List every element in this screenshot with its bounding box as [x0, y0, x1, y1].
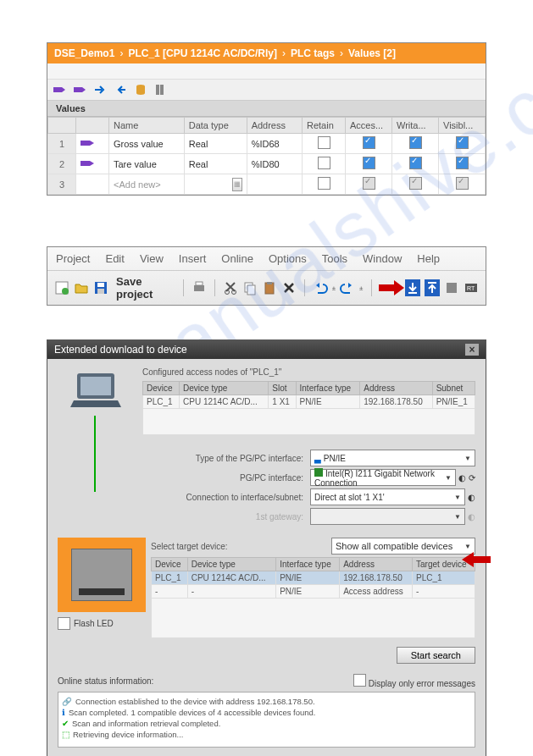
svg-marker-10: [90, 161, 94, 166]
svg-rect-21: [247, 285, 255, 295]
menu-project[interactable]: Project: [56, 252, 90, 265]
menu-options[interactable]: Options: [269, 252, 307, 265]
column-icon[interactable]: [154, 83, 168, 97]
svg-rect-0: [53, 87, 62, 92]
svg-point-12: [62, 288, 69, 295]
svg-rect-30: [81, 377, 111, 395]
svg-rect-2: [74, 87, 82, 92]
config-icon[interactable]: ◐: [468, 493, 475, 502]
delete-icon[interactable]: [281, 279, 297, 296]
table-row[interactable]: 2 Tare valueReal%ID80: [48, 154, 486, 174]
svg-rect-15: [97, 289, 104, 294]
open-project-icon[interactable]: [74, 279, 89, 296]
visible-checkbox[interactable]: [456, 136, 469, 149]
flash-led-checkbox[interactable]: [58, 617, 70, 630]
show-all-select[interactable]: Show all compatible devices▼: [331, 538, 475, 555]
tag-icon-2[interactable]: [73, 83, 86, 97]
access-checkbox[interactable]: [363, 136, 375, 149]
visible-checkbox[interactable]: [456, 157, 469, 169]
menu-help[interactable]: Help: [417, 252, 440, 265]
print-icon[interactable]: [192, 279, 207, 296]
writable-checkbox[interactable]: [409, 136, 422, 149]
status-log: 🔗Connection established to the device wi…: [58, 692, 475, 748]
only-errors-checkbox[interactable]: [353, 674, 366, 687]
copy-icon[interactable]: [242, 279, 258, 296]
online-status-label: Online status information:: [58, 676, 153, 686]
retain-checkbox[interactable]: [318, 157, 330, 169]
select-target-label: Select target device:: [151, 542, 228, 551]
cfg-nodes-label: Configured access nodes of "PLC_1": [142, 367, 475, 377]
svg-rect-23: [267, 282, 272, 284]
laptop-icon: [70, 372, 121, 410]
compile-icon[interactable]: [444, 279, 459, 296]
dialog-title: Extended download to device: [54, 344, 187, 356]
svg-rect-17: [196, 282, 203, 285]
import-icon[interactable]: [114, 83, 127, 97]
redo-icon[interactable]: [340, 279, 355, 296]
svg-rect-7: [81, 141, 90, 146]
start-search-button[interactable]: Start search: [397, 647, 475, 664]
menu-tools[interactable]: Tools: [322, 252, 347, 265]
svg-rect-26: [447, 283, 457, 293]
tag-icon[interactable]: [53, 83, 66, 97]
svg-rect-25: [428, 282, 436, 284]
svg-rect-9: [81, 161, 90, 166]
pgpc-if-select[interactable]: Intel(R) I211 Gigabit Network Connection…: [310, 469, 456, 486]
type-dropdown-icon[interactable]: ▦: [232, 178, 242, 191]
svg-rect-14: [97, 283, 104, 287]
save-project-label[interactable]: Save project: [116, 275, 172, 301]
tag-toolbar: [47, 80, 486, 101]
plc-device-image: [58, 538, 146, 612]
svg-marker-8: [90, 141, 94, 146]
config-icon: ◐: [468, 512, 475, 521]
db-icon[interactable]: [134, 83, 147, 97]
retain-checkbox[interactable]: [318, 136, 330, 149]
menu-window[interactable]: Window: [363, 252, 402, 265]
upload-icon[interactable]: [425, 279, 440, 296]
plc-tags-panel: DSE_Demo1›PLC_1 [CPU 1214C AC/DC/Rly]›PL…: [47, 42, 486, 196]
add-new-row[interactable]: 3 <Add new> ▦: [48, 174, 486, 195]
new-project-icon[interactable]: [54, 279, 69, 296]
pointer-arrow-icon: [462, 552, 491, 567]
main-menubar: Project Edit View Insert Online Options …: [47, 246, 486, 306]
svg-marker-1: [62, 87, 65, 92]
download-dialog: Extended download to device × Configured…: [47, 339, 486, 756]
section-title: Values: [47, 101, 486, 117]
menu-edit[interactable]: Edit: [105, 252, 124, 265]
access-checkbox[interactable]: [363, 157, 375, 169]
menu-view[interactable]: View: [140, 252, 164, 265]
connection-line: [94, 416, 96, 492]
undo-icon[interactable]: [313, 279, 328, 296]
pgpc-type-select[interactable]: ▃ PN/IE▼: [310, 450, 475, 466]
paste-icon[interactable]: [262, 279, 277, 296]
table-row[interactable]: 1 Gross valueReal%ID68: [48, 134, 486, 154]
refresh-icon[interactable]: ⟳: [469, 473, 475, 483]
conn-select[interactable]: Direct at slot '1 X1'▼: [310, 488, 465, 505]
svg-rect-5: [156, 85, 159, 95]
gateway-select: ▼: [310, 508, 465, 525]
target-devices-table: DeviceDevice typeInterface typeAddressTa…: [151, 557, 475, 638]
pointer-arrow-icon: [379, 280, 401, 295]
save-icon[interactable]: [93, 279, 108, 296]
export-icon[interactable]: [93, 83, 107, 97]
writable-checkbox[interactable]: [409, 157, 422, 169]
svg-marker-3: [82, 87, 86, 92]
rt-icon[interactable]: RT: [464, 279, 479, 296]
config-icon[interactable]: ◐: [458, 473, 466, 483]
configured-nodes-table: DeviceDevice typeSlotInterface typeAddre…: [142, 381, 475, 435]
table-row[interactable]: PLC_1CPU 1214C AC/D...PN/IE192.168.178.5…: [152, 571, 475, 585]
svg-rect-24: [408, 292, 417, 294]
svg-text:RT: RT: [467, 285, 475, 291]
tags-table: NameData typeAddress RetainAcces...Writa…: [47, 117, 486, 195]
svg-rect-6: [160, 85, 164, 95]
download-icon[interactable]: [405, 279, 420, 296]
svg-rect-16: [194, 285, 204, 291]
table-row[interactable]: PLC_1CPU 1214C AC/D...1 X1PN/IE192.168.1…: [143, 395, 475, 409]
cut-icon[interactable]: [223, 279, 238, 296]
menu-online[interactable]: Online: [221, 252, 253, 265]
close-icon[interactable]: ×: [465, 344, 479, 356]
breadcrumb: DSE_Demo1›PLC_1 [CPU 1214C AC/DC/Rly]›PL…: [47, 43, 486, 63]
menu-insert[interactable]: Insert: [179, 252, 207, 265]
spacer: [47, 63, 486, 80]
table-row[interactable]: --PN/IEAccess address-: [152, 585, 475, 599]
